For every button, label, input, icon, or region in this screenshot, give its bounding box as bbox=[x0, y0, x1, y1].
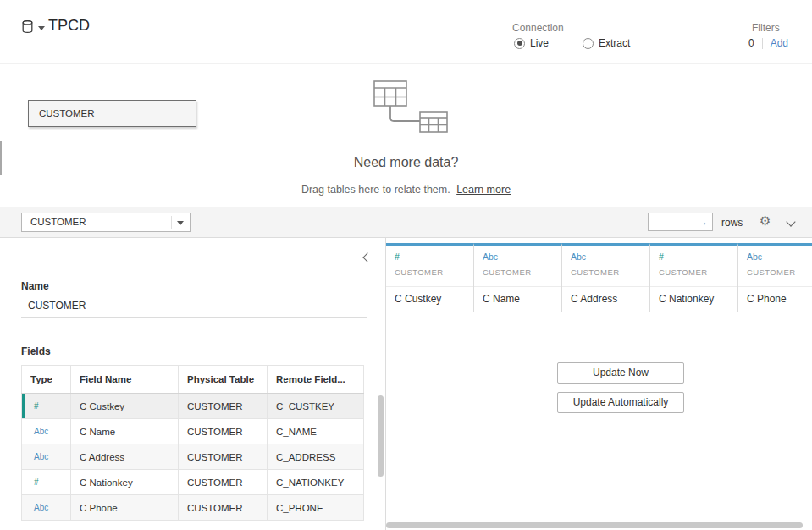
remote-field-cell: C_ADDRESS bbox=[268, 444, 364, 470]
name-field-underline bbox=[21, 317, 367, 318]
chevron-left-icon[interactable] bbox=[362, 252, 372, 262]
column-table-label: CUSTOMER bbox=[571, 268, 619, 277]
learn-more-link[interactable]: Learn more bbox=[456, 184, 511, 196]
chevron-down-icon bbox=[177, 221, 184, 225]
datasource-menu-button[interactable] bbox=[20, 19, 45, 37]
name-label: Name bbox=[21, 280, 49, 292]
grid-column-c-custkey[interactable]: # CUSTOMER C Custkey bbox=[386, 243, 474, 312]
rows-label: rows bbox=[721, 217, 743, 229]
radio-extract[interactable]: Extract bbox=[583, 37, 630, 49]
connection-section-label: Connection bbox=[512, 22, 564, 34]
radio-live-label: Live bbox=[530, 37, 549, 49]
physical-table-cell: CUSTOMER bbox=[179, 470, 268, 495]
column-table-label: CUSTOMER bbox=[659, 268, 707, 277]
table-select-dropdown[interactable]: CUSTOMER bbox=[21, 213, 191, 232]
filters-separator bbox=[762, 38, 763, 49]
column-field-name[interactable]: C Phone bbox=[738, 286, 812, 312]
field-type-icon: Abc bbox=[22, 495, 71, 521]
grid-column-c-name[interactable]: Abc CUSTOMER C Name bbox=[474, 243, 562, 312]
filters-section-label: Filters bbox=[752, 22, 780, 34]
column-type-icon: # bbox=[395, 251, 400, 262]
field-type-icon: # bbox=[22, 394, 71, 419]
physical-table-cell: CUSTOMER bbox=[179, 394, 268, 419]
column-type-icon: # bbox=[659, 251, 664, 262]
remote-field-cell: C_PHONE bbox=[268, 495, 364, 521]
physical-table-cell: CUSTOMER bbox=[179, 419, 268, 444]
column-header-type[interactable]: Type bbox=[22, 366, 71, 394]
remote-field-cell: C_CUSTKEY bbox=[268, 394, 364, 419]
gear-icon[interactable]: ⚙ bbox=[760, 213, 771, 229]
column-table-label: CUSTOMER bbox=[747, 268, 795, 277]
data-grid-header: # CUSTOMER C Custkey Abc CUSTOMER C Name… bbox=[386, 243, 812, 312]
column-field-name[interactable]: C Custkey bbox=[386, 286, 473, 312]
connection-radio-group: Live Extract bbox=[514, 37, 630, 49]
radio-live[interactable]: Live bbox=[514, 37, 549, 49]
grid-column-c-nationkey[interactable]: # CUSTOMER C Nationkey bbox=[650, 243, 738, 312]
fields-label: Fields bbox=[21, 345, 51, 357]
topbar-divider bbox=[0, 63, 812, 64]
remote-field-cell: C_NAME bbox=[268, 419, 364, 444]
field-row-c-phone[interactable]: Abc C Phone CUSTOMER C_PHONE bbox=[22, 495, 364, 521]
column-table-label: CUSTOMER bbox=[483, 268, 531, 277]
field-type-icon: # bbox=[22, 470, 71, 495]
horizontal-scrollbar[interactable] bbox=[386, 522, 803, 528]
grid-column-c-address[interactable]: Abc CUSTOMER C Address bbox=[562, 243, 650, 312]
add-filter-link[interactable]: Add bbox=[771, 37, 788, 49]
table-name-field[interactable]: CUSTOMER bbox=[28, 300, 86, 312]
column-table-label: CUSTOMER bbox=[395, 268, 443, 277]
fields-table: Type Field Name Physical Table Remote Fi… bbox=[21, 365, 364, 521]
grid-column-c-phone[interactable]: Abc CUSTOMER C Phone bbox=[738, 243, 812, 312]
column-field-name[interactable]: C Address bbox=[562, 286, 649, 312]
empty-state-title: Need more data? bbox=[0, 155, 812, 170]
tableau-data-source-page: TPCD Connection Live Extract Filters 0 A… bbox=[0, 0, 812, 530]
physical-table-cell: CUSTOMER bbox=[179, 444, 268, 470]
fields-table-header-row: Type Field Name Physical Table Remote Fi… bbox=[22, 366, 364, 394]
column-field-name[interactable]: C Name bbox=[474, 286, 561, 312]
drag-hint-text: Drag tables here to relate them. bbox=[301, 184, 450, 196]
field-row-c-address[interactable]: Abc C Address CUSTOMER C_ADDRESS bbox=[22, 444, 364, 470]
filters-count: 0 bbox=[748, 37, 754, 49]
radio-extract-label: Extract bbox=[599, 37, 630, 49]
field-row-c-custkey[interactable]: # C Custkey CUSTOMER C_CUSTKEY bbox=[22, 394, 364, 419]
table-select-value: CUSTOMER bbox=[30, 217, 86, 227]
field-row-c-name[interactable]: Abc C Name CUSTOMER C_NAME bbox=[22, 419, 364, 444]
field-name-cell: C Custkey bbox=[71, 394, 179, 419]
column-field-name[interactable]: C Nationkey bbox=[650, 286, 737, 312]
database-icon bbox=[20, 19, 35, 37]
column-header-physical-table[interactable]: Physical Table bbox=[179, 366, 268, 394]
radio-extract-icon bbox=[583, 38, 594, 49]
logical-table-customer[interactable]: CUSTOMER bbox=[28, 100, 196, 127]
update-automatically-button[interactable]: Update Automatically bbox=[557, 392, 684, 413]
column-type-icon: Abc bbox=[483, 251, 498, 262]
update-now-button[interactable]: Update Now bbox=[557, 362, 684, 384]
physical-table-cell: CUSTOMER bbox=[179, 495, 268, 521]
column-header-field-name[interactable]: Field Name bbox=[71, 366, 179, 394]
field-row-c-nationkey[interactable]: # C Nationkey CUSTOMER C_NATIONKEY bbox=[22, 470, 364, 495]
empty-state-hint: Drag tables here to relate them. Learn m… bbox=[0, 184, 812, 196]
row-limit-field: → bbox=[648, 213, 713, 231]
relate-tables-icon bbox=[373, 80, 451, 138]
column-type-icon: Abc bbox=[747, 251, 762, 262]
field-type-icon: Abc bbox=[22, 444, 71, 470]
remote-field-cell: C_NATIONKEY bbox=[268, 470, 364, 495]
radio-live-icon bbox=[514, 38, 525, 49]
caret-down-icon bbox=[38, 26, 45, 30]
arrow-right-icon[interactable]: → bbox=[698, 216, 708, 229]
field-name-cell: C Phone bbox=[71, 495, 179, 521]
datasource-title: TPCD bbox=[48, 17, 90, 35]
select-separator bbox=[171, 216, 172, 229]
field-name-cell: C Name bbox=[71, 419, 179, 444]
filters-row: 0 Add bbox=[748, 37, 788, 49]
column-type-icon: Abc bbox=[571, 251, 586, 262]
column-header-remote-field[interactable]: Remote Field... bbox=[268, 366, 364, 394]
field-type-icon: Abc bbox=[22, 419, 71, 444]
field-name-cell: C Nationkey bbox=[71, 470, 179, 495]
vertical-scrollbar[interactable] bbox=[378, 395, 384, 477]
field-name-cell: C Address bbox=[71, 444, 179, 470]
